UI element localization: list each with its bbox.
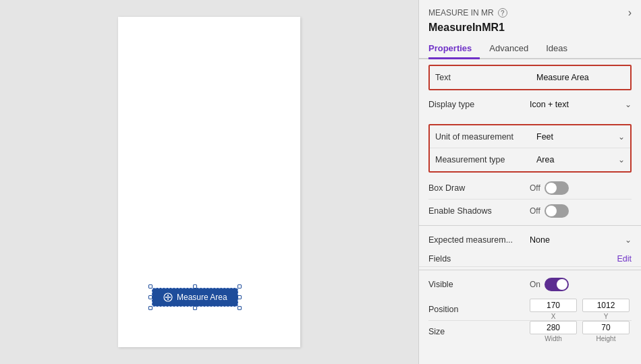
measurement-type-chevron: ⌄ — [618, 155, 625, 164]
position-y-wrap: Y — [582, 299, 630, 320]
position-y-label: Y — [604, 313, 609, 320]
size-height-wrap: Height — [582, 321, 630, 342]
box-draw-row: Box Draw Off — [428, 177, 632, 200]
visible-row: Visible On — [428, 273, 632, 296]
expand-icon[interactable]: › — [628, 7, 632, 19]
position-x-label: X — [551, 313, 556, 320]
position-x-wrap: X — [530, 299, 577, 320]
canvas-paper: Measure Area — [118, 17, 300, 347]
panel-body: Text Measure Area Display type Icon + te… — [419, 59, 641, 364]
panel-tabs: Properties Advanced Ideas — [419, 39, 641, 59]
display-type-label: Display type — [428, 100, 530, 109]
visible-state: On — [530, 280, 540, 289]
box-draw-state: Off — [530, 183, 540, 193]
size-width-label: Width — [545, 335, 562, 342]
handle-bl[interactable] — [148, 306, 152, 310]
visible-thumb — [557, 279, 567, 290]
measure-icon — [163, 292, 173, 303]
handle-tc[interactable] — [193, 284, 197, 289]
unit-chevron: ⌄ — [618, 132, 625, 142]
position-label: Position — [428, 305, 530, 314]
size-height-input[interactable] — [582, 321, 630, 334]
expected-measurement-value: None — [530, 235, 550, 245]
enable-shadows-thumb — [546, 206, 557, 216]
panel-title: MeasureInMR1 — [428, 22, 632, 34]
fields-label: Fields — [428, 254, 530, 264]
box-draw-thumb — [546, 183, 557, 193]
fields-row: Fields Edit — [419, 251, 641, 267]
svg-point-3 — [165, 297, 167, 298]
text-label: Text — [435, 73, 536, 82]
canvas-area: Measure Area — [0, 0, 418, 364]
measurement-type-select[interactable]: Area ⌄ — [536, 155, 625, 164]
display-type-section: Display type Icon + text ⌄ — [419, 93, 641, 116]
size-width-input[interactable] — [530, 321, 577, 334]
expected-measurement-chevron: ⌄ — [625, 235, 632, 245]
enable-shadows-row: Enable Shadows Off — [428, 200, 632, 222]
box-draw-section: Box Draw Off Enable Shadows Off — [419, 177, 641, 222]
unit-select[interactable]: Feet ⌄ — [536, 132, 625, 142]
unit-value: Feet — [536, 132, 553, 142]
expected-measurement-label: Expected measurem... — [428, 235, 530, 245]
text-highlight-box: Text Measure Area — [428, 65, 632, 90]
unit-label: Unit of measurement — [435, 132, 536, 142]
enable-shadows-label: Enable Shadows — [428, 206, 530, 216]
position-section: Position X Y Size — [419, 296, 641, 345]
display-type-row: Display type Icon + text ⌄ — [428, 93, 632, 116]
box-draw-toggle-wrap: Off — [530, 181, 632, 195]
svg-point-5 — [167, 295, 169, 296]
fields-edit-button[interactable]: Edit — [530, 254, 632, 264]
box-draw-toggle[interactable] — [545, 181, 569, 195]
svg-point-6 — [167, 299, 169, 300]
text-property-row: Text Measure Area — [430, 66, 630, 89]
handle-tr[interactable] — [238, 284, 242, 289]
unit-measurement-row: Unit of measurement Feet ⌄ — [430, 125, 630, 148]
enable-shadows-toggle-wrap: Off — [530, 204, 632, 218]
panel-header: MEASURE IN MR ? › MeasureInMR1 Propertie… — [419, 0, 641, 59]
measure-label: MEASURE IN MR ? — [428, 8, 507, 18]
visible-toggle[interactable] — [545, 278, 569, 291]
position-values: X Y — [530, 299, 632, 320]
unit-measurement-highlight-box: Unit of measurement Feet ⌄ Measurement t… — [428, 124, 632, 173]
visible-toggle-wrap: On — [530, 278, 632, 291]
size-height-label: Height — [596, 335, 616, 342]
expected-measurement-select[interactable]: None ⌄ — [530, 235, 632, 245]
divider1 — [419, 225, 641, 226]
divider2 — [419, 270, 641, 270]
size-label: Size — [428, 327, 530, 336]
help-icon[interactable]: ? — [498, 8, 507, 18]
enable-shadows-toggle[interactable] — [545, 204, 569, 218]
handle-bc[interactable] — [193, 306, 197, 310]
measure-label-text: MEASURE IN MR — [428, 8, 494, 18]
display-type-select[interactable]: Icon + text ⌄ — [530, 100, 632, 109]
position-x-input[interactable] — [530, 299, 577, 312]
visible-section: Visible On — [419, 273, 641, 296]
size-row: Size Width Height — [428, 321, 632, 342]
expected-measurement-row: Expected measurem... None ⌄ — [428, 229, 632, 251]
measure-widget[interactable]: Measure Area — [152, 288, 238, 307]
measurement-type-row: Measurement type Area ⌄ — [430, 148, 630, 171]
handle-tl[interactable] — [148, 284, 152, 289]
measurement-type-value: Area — [536, 155, 554, 164]
spacer1 — [419, 116, 641, 120]
position-y-input[interactable] — [582, 299, 630, 312]
text-value[interactable]: Measure Area — [536, 73, 625, 82]
widget-label: Measure Area — [177, 293, 227, 302]
measurement-type-label: Measurement type — [435, 155, 536, 164]
size-values: Width Height — [530, 321, 632, 342]
right-panel: MEASURE IN MR ? › MeasureInMR1 Propertie… — [418, 0, 641, 364]
size-width-wrap: Width — [530, 321, 577, 342]
display-type-value: Icon + text — [530, 100, 569, 109]
svg-point-4 — [169, 297, 171, 298]
visible-label: Visible — [428, 280, 530, 289]
handle-mr[interactable] — [238, 295, 242, 299]
position-row: Position X Y — [428, 299, 632, 321]
handle-br[interactable] — [238, 306, 242, 310]
tab-ideas[interactable]: Ideas — [546, 39, 576, 59]
box-draw-label: Box Draw — [428, 183, 530, 193]
tab-properties[interactable]: Properties — [428, 39, 480, 59]
handle-ml[interactable] — [148, 295, 152, 299]
tab-advanced[interactable]: Advanced — [489, 39, 536, 59]
panel-top-row: MEASURE IN MR ? › — [428, 7, 632, 19]
display-type-chevron: ⌄ — [625, 100, 632, 109]
